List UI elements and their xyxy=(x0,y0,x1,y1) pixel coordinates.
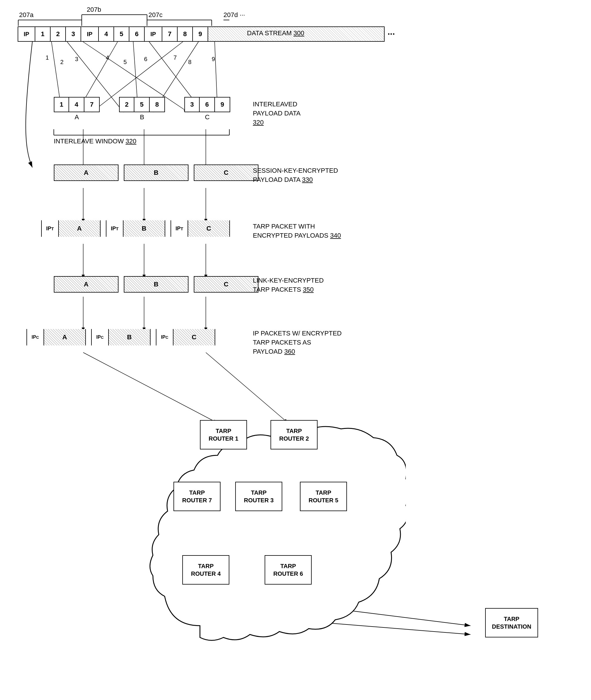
router2-box: TARPROUTER 2 xyxy=(270,420,318,450)
session-key-row: A B C xyxy=(54,164,258,181)
pkt-tarp-a-ip: IPT xyxy=(42,220,59,237)
link-key-label: LINK-KEY-ENCRYPTEDTARP PACKETS 350 xyxy=(253,276,324,294)
session-key-label: SESSION-KEY-ENCRYPTEDPAYLOAD DATA 330 xyxy=(253,166,338,184)
bracket-207d: 207d ··· xyxy=(223,11,245,19)
num-label-3: 3 xyxy=(75,56,78,63)
cell-9c: 9 xyxy=(215,97,230,112)
group-c-label: C xyxy=(184,113,230,121)
pkt-ip-b-ip: IPC xyxy=(92,329,109,345)
cell-6: 6 xyxy=(129,26,145,42)
cell-1a: 1 xyxy=(54,97,69,112)
group-c-wrapper: 3 6 9 C xyxy=(184,97,230,121)
bracket-207b: 207b xyxy=(87,6,101,13)
pkt-ip-a-ip: IPC xyxy=(27,329,44,345)
cell-7: 7 xyxy=(162,26,178,42)
num-label-9: 9 xyxy=(212,56,215,63)
pkt-tarp-b-ip: IPT xyxy=(107,220,124,237)
cell-1: 1 xyxy=(35,26,51,42)
cell-3c: 3 xyxy=(184,97,200,112)
cell-7a: 7 xyxy=(84,97,100,112)
cell-ip2: IP xyxy=(81,26,99,42)
router3-box: TARPROUTER 3 xyxy=(235,482,282,511)
pkt-ip-b: IPC B xyxy=(91,329,150,345)
pkt-session-b: B xyxy=(124,164,189,181)
pkt-tarp-a: IPT A xyxy=(41,220,101,237)
cell-4: 4 xyxy=(99,26,114,42)
data-stream-label: DATA STREAM 300 xyxy=(247,29,304,38)
pkt-tarp-a-payload: A xyxy=(59,220,100,237)
num-label-5: 5 xyxy=(124,59,127,66)
pkt-tarp-c-ip: IPT xyxy=(171,220,188,237)
router1-box: TARPROUTER 1 xyxy=(200,420,247,450)
router6-box: TARPROUTER 6 xyxy=(265,555,312,585)
router7-box: TARPROUTER 7 xyxy=(174,482,220,511)
pkt-ip-b-payload: B xyxy=(109,329,150,345)
tarp-packet-row: IPT A IPT B IPT C xyxy=(41,220,230,237)
num-label-7: 7 xyxy=(174,54,177,61)
num-label-4: 4 xyxy=(106,54,109,61)
cell-ip3: IP xyxy=(145,26,162,42)
ip-packets-label: IP PACKETS W/ ENCRYPTEDTARP PACKETS ASPA… xyxy=(253,329,342,356)
num-label-1: 1 xyxy=(46,54,49,61)
pkt-session-c: C xyxy=(194,164,258,181)
pkt-ip-a: IPC A xyxy=(26,329,86,345)
cell-3: 3 xyxy=(66,26,81,42)
bracket-207a: 207a xyxy=(19,11,34,19)
cell-5: 5 xyxy=(114,26,129,42)
num-label-6: 6 xyxy=(144,56,147,63)
router5-box: TARPROUTER 5 xyxy=(300,482,347,511)
link-key-row: A B C xyxy=(54,276,258,293)
interleaved-label: INTERLEAVEDPAYLOAD DATA320 xyxy=(253,100,301,127)
pkt-session-a: A xyxy=(54,164,119,181)
tarp-packet-label: TARP PACKET WITHENCRYPTED PAYLOADS 340 xyxy=(253,222,341,240)
diagram-container: IP 1 2 3 IP 4 5 6 IP 7 8 9 ··· DATA STRE… xyxy=(0,0,591,700)
group-b-wrapper: 2 5 8 B xyxy=(119,97,165,121)
pkt-link-b: B xyxy=(124,276,189,293)
stream-dots: ··· xyxy=(388,29,395,39)
bracket-207c: 207c xyxy=(148,11,162,19)
cell-2b: 2 xyxy=(119,97,134,112)
interleave-window-label: INTERLEAVE WINDOW 320 xyxy=(54,138,136,145)
tarp-destination-box: TARPDESTINATION xyxy=(485,608,538,637)
num-label-8: 8 xyxy=(188,59,191,66)
pkt-ip-c-ip: IPC xyxy=(156,329,174,345)
cell-8b: 8 xyxy=(150,97,165,112)
cell-8: 8 xyxy=(178,26,193,42)
cell-9: 9 xyxy=(193,26,208,42)
group-a-label: A xyxy=(54,113,100,121)
cell-4a: 4 xyxy=(69,97,84,112)
group-a-wrapper: 1 4 7 A xyxy=(54,97,100,121)
cell-5b: 5 xyxy=(134,97,150,112)
router4-box: TARPROUTER 4 xyxy=(182,555,229,585)
pkt-ip-a-payload: A xyxy=(44,329,85,345)
pkt-ip-c: IPC C xyxy=(156,329,215,345)
pkt-link-c: C xyxy=(194,276,258,293)
group-b-label: B xyxy=(119,113,165,121)
pkt-link-a: A xyxy=(54,276,119,293)
cell-2: 2 xyxy=(51,26,66,42)
ip-packets-row: IPC A IPC B IPC C xyxy=(26,329,215,345)
cell-6c: 6 xyxy=(200,97,215,112)
pkt-tarp-c: IPT C xyxy=(171,220,230,237)
pkt-ip-c-payload: C xyxy=(174,329,215,345)
pkt-tarp-b: IPT B xyxy=(106,220,165,237)
pkt-tarp-c-payload: C xyxy=(188,220,229,237)
data-stream-row: IP 1 2 3 IP 4 5 6 IP 7 8 9 ··· xyxy=(18,26,395,42)
num-label-2: 2 xyxy=(60,59,64,66)
pkt-tarp-b-payload: B xyxy=(124,220,165,237)
cell-ip1: IP xyxy=(18,26,35,42)
